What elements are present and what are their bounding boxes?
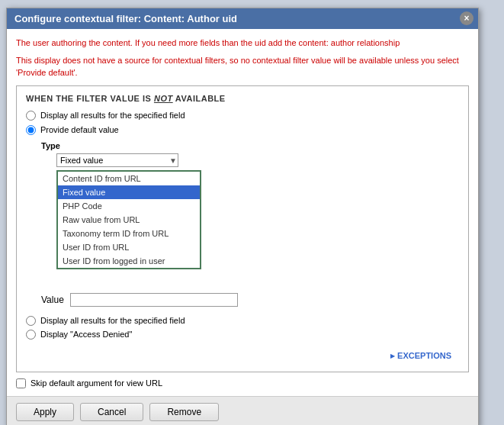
type-label: Type bbox=[41, 141, 459, 150]
type-dropdown[interactable]: Content ID from URL Fixed value PHP Code… bbox=[56, 170, 201, 269]
skip-label: Skip default argument for view URL bbox=[30, 378, 162, 388]
dropdown-item-fixed-value[interactable]: Fixed value bbox=[58, 185, 200, 199]
section-title: WHEN THE FILTER VALUE IS NOT AVAILABLE bbox=[26, 94, 459, 103]
info-text-2: This display does not have a source for … bbox=[16, 54, 469, 79]
exceptions-row: ▸ EXCEPTIONS bbox=[26, 343, 459, 361]
radio-display-all[interactable]: Display all results for the specified fi… bbox=[26, 111, 459, 121]
value-row: Value bbox=[41, 293, 459, 307]
fallback-section: Display all results for the specified fi… bbox=[26, 316, 459, 340]
radio-provide-default[interactable]: Provide default value bbox=[26, 125, 459, 135]
radio-display-all-input[interactable] bbox=[26, 111, 36, 121]
dropdown-item-taxonomy[interactable]: Taxonomy term ID from URL bbox=[58, 227, 200, 240]
cancel-button[interactable]: Cancel bbox=[80, 403, 143, 421]
filter-section-box: WHEN THE FILTER VALUE IS NOT AVAILABLE D… bbox=[16, 85, 469, 372]
skip-checkbox[interactable] bbox=[16, 378, 26, 388]
modal-header: Configure contextual filter: Content: Au… bbox=[7, 8, 478, 29]
value-input[interactable] bbox=[70, 293, 238, 307]
apply-button[interactable]: Apply bbox=[16, 403, 74, 421]
modal-body: The user authoring the content. If you n… bbox=[7, 29, 478, 396]
fallback-radio-1[interactable]: Display all results for the specified fi… bbox=[26, 316, 459, 326]
dropdown-item-php-code[interactable]: PHP Code bbox=[58, 199, 200, 213]
configure-filter-modal: Configure contextual filter: Content: Au… bbox=[6, 8, 479, 425]
close-button[interactable]: × bbox=[460, 11, 474, 25]
radio-provide-default-input[interactable] bbox=[26, 125, 36, 135]
value-label: Value bbox=[41, 295, 64, 305]
dropdown-item-raw-value[interactable]: Raw value from URL bbox=[58, 213, 200, 227]
type-select-wrapper: Fixed value ▼ bbox=[56, 153, 178, 167]
fallback-radio-1-input[interactable] bbox=[26, 316, 36, 326]
dropdown-item-user-id-url[interactable]: User ID from URL bbox=[58, 240, 200, 254]
type-select[interactable]: Fixed value bbox=[56, 153, 178, 167]
info-text-1: The user authoring the content. If you n… bbox=[16, 37, 469, 50]
dropdown-item-user-id-logged[interactable]: User ID from logged in user bbox=[58, 254, 200, 268]
fallback-radio-2[interactable]: Display "Access Denied" bbox=[26, 330, 459, 340]
dropdown-item-content-id[interactable]: Content ID from URL bbox=[58, 172, 200, 185]
remove-button[interactable]: Remove bbox=[149, 403, 219, 421]
modal-footer: Apply Cancel Remove bbox=[7, 396, 478, 426]
modal-title: Configure contextual filter: Content: Au… bbox=[14, 13, 237, 24]
exceptions-link[interactable]: ▸ EXCEPTIONS bbox=[390, 351, 451, 361]
skip-checkbox-row: Skip default argument for view URL bbox=[16, 378, 469, 388]
fallback-radio-2-input[interactable] bbox=[26, 330, 36, 340]
